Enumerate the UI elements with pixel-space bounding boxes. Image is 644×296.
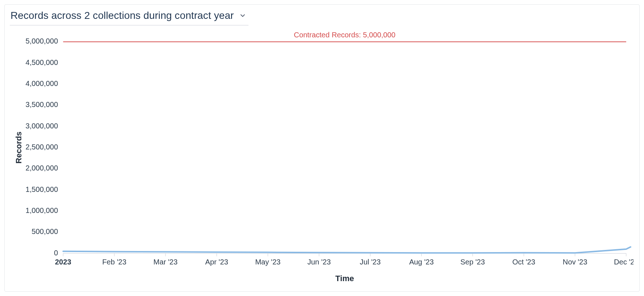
chart-title-dropdown[interactable]: Records across 2 collections during cont… (10, 8, 248, 25)
x-tick-label: Jul '23 (360, 258, 381, 266)
y-tick-label: 3,000,000 (25, 122, 58, 130)
x-axis-title: Time (335, 274, 354, 283)
x-tick-label: Feb '23 (102, 258, 126, 266)
threshold-label: Contracted Records: 5,000,000 (294, 31, 395, 39)
y-tick-label: 3,500,000 (25, 101, 58, 109)
x-tick-label: 2023 (55, 258, 71, 266)
y-tick-label: 2,000,000 (25, 164, 58, 172)
chart-title: Records across 2 collections during cont… (11, 10, 234, 21)
x-tick-label: Apr '23 (205, 258, 228, 266)
chart-card: Records across 2 collections during cont… (4, 4, 640, 292)
x-tick-label: Oct '23 (513, 258, 535, 266)
y-tick-label: 4,000,000 (25, 79, 58, 87)
y-tick-label: 0 (54, 249, 58, 257)
x-tick-label: Aug '23 (409, 258, 434, 266)
chart-area: Contracted Records: 5,000,0000500,0001,0… (12, 31, 633, 286)
x-tick-label: Sep '23 (460, 258, 485, 266)
y-tick-label: 1,000,000 (25, 206, 58, 214)
y-axis-title: Records (14, 132, 23, 164)
x-tick-label: Dec '23 (614, 258, 633, 266)
series-line (63, 247, 631, 253)
x-tick-label: Jun '23 (308, 258, 331, 266)
x-tick-label: May '23 (255, 258, 281, 266)
line-chart[interactable]: Contracted Records: 5,000,0000500,0001,0… (12, 31, 633, 286)
y-tick-label: 2,500,000 (25, 143, 58, 151)
y-tick-label: 500,000 (32, 228, 58, 236)
x-tick-label: Nov '23 (563, 258, 587, 266)
x-tick-label: Mar '23 (154, 258, 178, 266)
y-tick-label: 1,500,000 (25, 185, 58, 193)
chevron-down-icon (239, 12, 246, 19)
y-tick-label: 4,500,000 (25, 58, 58, 66)
y-tick-label: 5,000,000 (25, 37, 58, 45)
